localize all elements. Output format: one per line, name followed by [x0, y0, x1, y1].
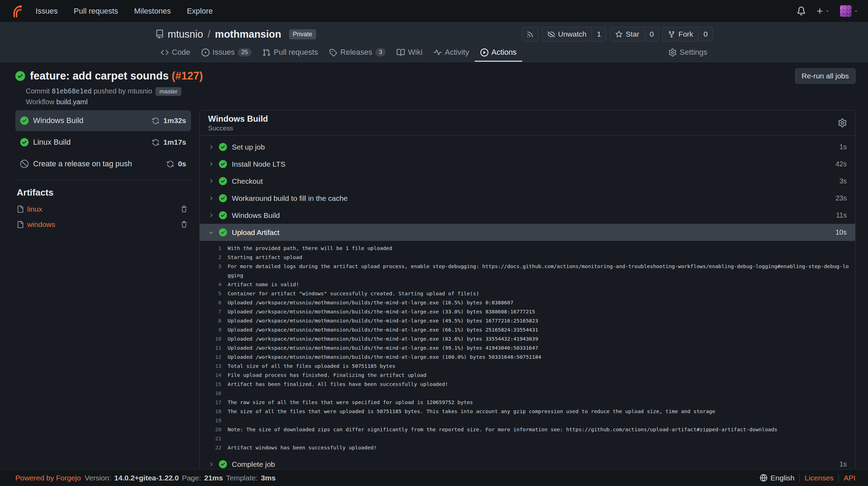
repo-owner-link[interactable]: mtusnio: [168, 29, 203, 40]
rss-button[interactable]: [522, 27, 539, 41]
fork-label: Fork: [678, 30, 693, 38]
job-linux-build[interactable]: Linux Build1m17s: [15, 132, 191, 153]
log-line: 12Uploaded /workspace/mtusnio/mothmansio…: [200, 352, 855, 362]
watch-button-group: Unwatch 1: [542, 27, 606, 41]
navbar-links: Issues Pull requests Milestones Explore: [36, 7, 213, 16]
unwatch-button[interactable]: Unwatch: [542, 27, 592, 41]
job-name: Windows Build: [33, 116, 83, 125]
repo-actions: Unwatch 1 Star 0 Fork 0: [522, 27, 713, 41]
rerun-job-icon[interactable]: [152, 139, 159, 146]
rerun-all-jobs-button[interactable]: Re-run all jobs: [795, 68, 855, 84]
step-install-node-lts[interactable]: Install Node LTS42s: [200, 155, 855, 173]
run-title: feature: add carpet sounds (#127): [30, 70, 203, 82]
chevron-right-icon: [208, 212, 214, 218]
star-button[interactable]: Star: [610, 27, 645, 41]
nav-milestones[interactable]: Milestones: [134, 7, 171, 16]
tab-code[interactable]: Code: [155, 44, 196, 62]
user-menu[interactable]: [840, 5, 858, 17]
log-line-text: [228, 416, 855, 425]
template-time-label: Template:: [226, 474, 258, 482]
top-navbar: Issues Pull requests Milestones Explore: [0, 0, 868, 22]
step-workaround-build-to-fill-in-the-cache[interactable]: Workaround build to fill in the cache23s: [200, 190, 855, 207]
log-line-number: 6: [200, 298, 221, 307]
tab-settings[interactable]: Settings: [663, 44, 713, 62]
chevron-right-icon: [208, 195, 214, 201]
create-new-menu[interactable]: [816, 7, 830, 15]
rerun-job-icon[interactable]: [152, 117, 159, 124]
log-line-text: The raw size of all the files that were …: [228, 398, 855, 407]
licenses-link[interactable]: Licenses: [799, 474, 838, 482]
page-time-value: 21ms: [204, 474, 223, 482]
log-line-text: Starting artifact upload: [228, 253, 855, 262]
caret-down-icon: [825, 9, 830, 13]
skipped-icon: [20, 160, 29, 168]
step-windows-build[interactable]: Windows Build11s: [200, 207, 855, 224]
stars-count[interactable]: 0: [645, 27, 659, 41]
log-line: 13Total size of all the files uploaded i…: [200, 362, 855, 371]
repo-name-link[interactable]: mothmansion: [215, 29, 281, 40]
step-set-up-job[interactable]: Set up job1s: [200, 138, 855, 155]
forks-count[interactable]: 0: [698, 27, 713, 41]
log-line-text: File upload process has finished. Finali…: [228, 371, 855, 380]
tab-issues[interactable]: Issues 25: [196, 44, 257, 62]
log-line-number: 11: [200, 343, 221, 352]
nav-pull-requests[interactable]: Pull requests: [74, 7, 118, 16]
powered-by-link[interactable]: Powered by Forgejo: [15, 474, 81, 482]
commit-label: Commit: [26, 87, 50, 95]
rerun-job-icon[interactable]: [167, 160, 174, 168]
job-options-gear-icon[interactable]: [838, 119, 847, 127]
log-line-number: 13: [200, 362, 221, 371]
tab-pull-requests[interactable]: Pull requests: [257, 44, 323, 62]
log-line-number: 15: [200, 380, 221, 389]
step-complete-job[interactable]: Complete job1s: [200, 456, 855, 469]
log-line-number: 3: [200, 262, 221, 280]
step-upload-artifact[interactable]: Upload Artifact10s: [200, 224, 855, 241]
tab-releases[interactable]: Releases 3: [323, 44, 391, 62]
nav-issues[interactable]: Issues: [36, 7, 58, 16]
log-line-text: [228, 389, 855, 398]
log-line-number: 2: [200, 253, 221, 262]
step-checkout[interactable]: Checkout3s: [200, 173, 855, 190]
nav-explore[interactable]: Explore: [187, 7, 213, 16]
log-line: 15Artifact has been finalized. All files…: [200, 380, 855, 389]
notifications-bell-icon[interactable]: [797, 7, 806, 15]
log-line-number: 17: [200, 398, 221, 407]
api-link[interactable]: API: [838, 474, 855, 482]
sidebar-divider: [16, 180, 190, 180]
tab-wiki[interactable]: Wiki: [391, 44, 428, 62]
job-right: 1m32s: [152, 116, 186, 125]
watchers-count[interactable]: 1: [592, 27, 606, 41]
artifact-link-windows[interactable]: windows: [27, 220, 55, 229]
language-menu[interactable]: English: [755, 474, 799, 482]
log-line: 11Uploaded /workspace/mtusnio/mothmansio…: [200, 343, 855, 352]
pr-number-link[interactable]: (#127): [172, 70, 203, 82]
jobs-list: Windows Build1m32sLinux Build1m17sCreate…: [15, 110, 191, 174]
repo-icon: [155, 30, 164, 39]
tab-actions[interactable]: Actions: [475, 44, 522, 62]
language-label: English: [770, 474, 794, 482]
log-line-text: With the provided path, there will be 1 …: [228, 244, 855, 253]
job-create-a-release-on-tag-push[interactable]: Create a release on tag push0s: [15, 153, 191, 174]
delete-artifact-icon[interactable]: [181, 221, 188, 228]
steps-list: Set up job1sInstall Node LTS42sCheckout3…: [200, 136, 855, 469]
log-line-text: Artifact windows has been successfully u…: [228, 443, 855, 452]
step-log: 1With the provided path, there will be 1…: [200, 241, 855, 456]
log-line: 5Container for artifact "windows" succes…: [200, 289, 855, 298]
fork-button[interactable]: Fork: [663, 27, 698, 41]
job-windows-build[interactable]: Windows Build1m32s: [15, 110, 191, 131]
success-check-icon: [20, 116, 29, 125]
workflow-label: Workflow: [26, 98, 54, 106]
log-line-text: Total size of all the files uploaded is …: [228, 362, 855, 371]
delete-artifact-icon[interactable]: [181, 206, 188, 213]
commit-sha-link[interactable]: 81eb68e1ed: [52, 87, 91, 95]
artifact-link-linux[interactable]: linux: [27, 205, 42, 213]
tab-activity[interactable]: Activity: [428, 44, 475, 62]
forgejo-logo[interactable]: [10, 5, 23, 18]
branch-badge[interactable]: master: [155, 87, 181, 96]
log-line-number: 5: [200, 289, 221, 298]
run-title-row: feature: add carpet sounds (#127) Re-run…: [15, 68, 855, 84]
log-line: 8Uploaded /workspace/mtusnio/mothmansion…: [200, 316, 855, 325]
log-line: 4Artifact name is valid!: [200, 280, 855, 289]
file-icon: [17, 221, 24, 228]
log-line-text: Uploaded /workspace/mtusnio/mothmansion/…: [228, 343, 855, 352]
